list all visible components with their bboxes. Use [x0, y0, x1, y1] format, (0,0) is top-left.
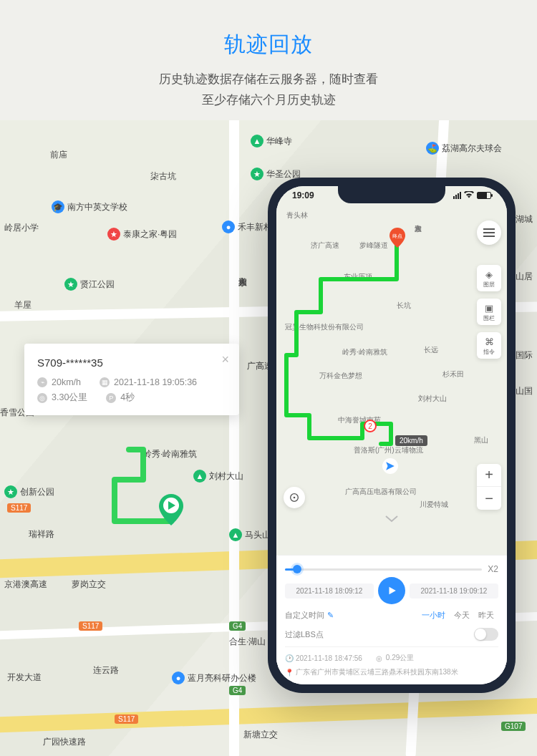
map-poi: 羊屋: [14, 299, 32, 311]
map-poi: ●蓝月亮科研办公楼: [172, 672, 256, 684]
tt-dist: ◎3.30公里: [37, 392, 87, 404]
command-button[interactable]: ⌘指令: [477, 332, 501, 359]
hero-title: 轨迹回放: [14, 30, 523, 59]
command-icon: ⌘: [483, 335, 495, 348]
footer-distance: ◎0.29公里: [375, 653, 414, 663]
map-poi: 合生·湖山: [229, 636, 266, 648]
map-poi: 新塘立交: [243, 729, 278, 741]
map-label: 岭秀·岭南雅筑: [342, 347, 387, 357]
map-label: 刘村大山: [418, 394, 447, 404]
map-label: 长坑: [397, 301, 411, 311]
end-pin-icon: 终点: [390, 228, 405, 248]
map-poi: 广园快速路: [43, 736, 86, 748]
map-poi: ▲华峰寺: [251, 135, 292, 147]
custom-time-button[interactable]: 自定义时间✎: [285, 610, 334, 621]
play-button[interactable]: [378, 577, 405, 604]
map-poi: ★贤江公园: [64, 278, 115, 291]
map-poi: 前庙: [50, 149, 67, 161]
map-label: 萝峰隧道: [359, 241, 388, 251]
lbs-filter-label: 过滤LBS点: [285, 629, 324, 640]
lbs-toggle[interactable]: [474, 628, 498, 641]
map-poi: 开发大道: [7, 672, 42, 684]
playback-panel: X2 2021-11-18 18:09:12 2021-11-18 19:09:…: [276, 555, 507, 684]
tt-stop: P4秒: [106, 392, 135, 404]
phone-mockup: 19:09 青头林 永和大道 济广高速 萝峰隧道 东业历顶 冠昊生物科技份有限公…: [268, 178, 516, 693]
range-today[interactable]: 今天: [454, 610, 470, 621]
fence-icon: ▣: [483, 301, 495, 314]
hero: 轨迹回放 历史轨迹数据存储在云服务器，随时查看 至少存储六个月历史轨迹: [0, 0, 537, 130]
phone-screen: 19:09 青头林 永和大道 济广高速 萝峰隧道 东业历顶 冠昊生物科技份有限公…: [276, 186, 507, 684]
calendar-icon: ▦: [100, 377, 110, 387]
speed-bubble: 20km/h: [395, 435, 427, 446]
menu-button[interactable]: [477, 220, 501, 245]
zoom-control: + −: [477, 464, 501, 510]
hero-sub2: 至少存储六个月历史轨迹: [14, 90, 523, 111]
start-time-chip[interactable]: 2021-11-18 18:09:12: [285, 583, 374, 598]
status-time: 19:09: [292, 190, 314, 200]
fence-button[interactable]: ▣围栏: [477, 299, 501, 325]
layers-icon: ◈: [483, 268, 495, 281]
range-yesterday[interactable]: 昨天: [478, 610, 494, 621]
playback-slider[interactable]: [285, 568, 482, 571]
map-label: 杉禾田: [442, 369, 464, 379]
clock-icon: 🕑: [285, 654, 293, 662]
svg-point-3: [294, 497, 296, 499]
map-poi: 萝岗立交: [72, 578, 106, 591]
map-label: 青头林: [286, 210, 308, 220]
parking-icon: P: [106, 393, 116, 403]
map-label: 东业历顶: [344, 272, 372, 282]
map-poi: ⛳荔湖高尔夫球会: [426, 142, 502, 155]
highway-tag: S117: [79, 621, 102, 631]
svg-text:终点: 终点: [392, 233, 402, 239]
play-pin-icon: [159, 494, 183, 525]
current-position-icon: [382, 458, 398, 474]
playback-speed[interactable]: X2: [488, 564, 498, 574]
device-id: S709-******35: [37, 357, 226, 369]
highway-tag: G4: [229, 621, 246, 631]
crosshair-icon: [289, 492, 300, 503]
map-poi: ▲马头山: [229, 528, 271, 541]
highway-tag: S117: [7, 503, 31, 513]
odometer-icon: ◎: [375, 654, 383, 662]
layers-button[interactable]: ◈图层: [477, 265, 501, 291]
hero-sub1: 历史轨迹数据存储在云服务器，随时查看: [14, 69, 523, 90]
end-time-chip[interactable]: 2021-11-18 19:09:12: [410, 583, 498, 598]
zoom-in-button[interactable]: +: [477, 464, 501, 487]
map-poi: ▲刘村大山: [193, 470, 243, 483]
map-poi: 🎓南方中英文学校: [52, 200, 127, 213]
range-hour[interactable]: 一小时: [422, 610, 445, 621]
locate-button[interactable]: [284, 487, 305, 508]
wifi-icon: [464, 190, 474, 200]
map-poi: 京港澳高速: [4, 578, 47, 591]
phone-notch: [338, 186, 445, 203]
highway-tag: G4: [229, 686, 246, 695]
edit-icon: ✎: [327, 611, 334, 620]
highway-tag: S117: [115, 714, 138, 724]
numbered-marker: 2: [364, 420, 377, 432]
map-poi: 柒古坑: [150, 170, 176, 183]
battery-icon: [477, 192, 491, 199]
tt-time: ▦2021-11-18 19:05:36: [100, 377, 197, 387]
footer-address: 📍广东省广州市黄埔区云埔三路鼎禾科技园东南138米: [285, 667, 498, 677]
map-label: 川爱特城: [420, 500, 448, 510]
zoom-out-button[interactable]: −: [477, 487, 501, 510]
gauge-icon: ⌁: [37, 377, 47, 387]
tt-speed: ⌁20km/h: [37, 377, 81, 387]
map-poi: ★泰康之家·粤园: [107, 228, 177, 241]
highway-tag: G107: [501, 722, 526, 731]
map-poi: 岭居小学: [4, 222, 39, 234]
map-label: 冠昊生物科技份有限公司: [285, 322, 364, 332]
map-poi: ★创新公园: [4, 485, 54, 498]
map-side-tools: ◈图层 ▣围栏 ⌘指令: [477, 265, 501, 359]
collapse-handle[interactable]: [381, 514, 402, 524]
map-poi: 瑞祥路: [29, 528, 54, 541]
map-poi: ●禾丰新村: [222, 220, 272, 233]
footer-time: 🕑2021-11-18 18:47:56: [285, 653, 362, 663]
close-icon[interactable]: ×: [221, 352, 229, 367]
play-icon: [387, 586, 397, 596]
track-tooltip: × S709-******35 ⌁20km/h ▦2021-11-18 19:0…: [24, 344, 239, 415]
map-label: 普洛斯(广州)云埔物流: [354, 445, 423, 455]
signal-icon: [453, 192, 461, 199]
location-icon: 📍: [285, 669, 293, 677]
map-poi: 岭秀·岭南雅筑: [143, 448, 197, 460]
